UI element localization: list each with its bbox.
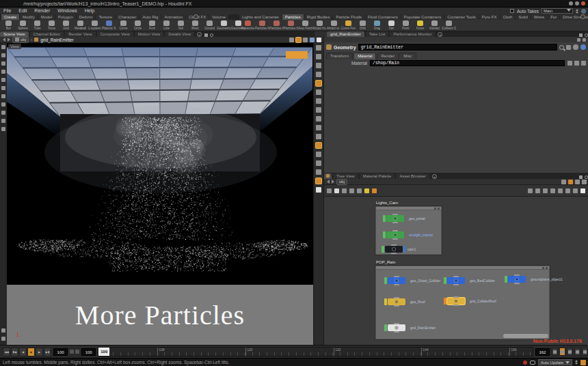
snap-grid-icon[interactable] — [1, 94, 5, 98]
shelf-tab[interactable]: Model — [38, 14, 55, 20]
node-output-flag[interactable] — [406, 324, 408, 331]
display-points-icon[interactable] — [316, 98, 321, 104]
fog-icon[interactable] — [316, 169, 321, 175]
connector-icon[interactable] — [327, 188, 332, 193]
title-bar[interactable]: /mnt/hq/projects/tarl/Work/H13_intro/H13… — [0, 0, 588, 8]
shelf-tab[interactable]: Character — [116, 14, 139, 20]
dropdown-icon[interactable] — [289, 38, 294, 42]
shelf-tab[interactable]: Texture — [96, 14, 115, 20]
update-spinner[interactable] — [575, 360, 578, 365]
shelf-tool[interactable]: Particles fr... — [269, 20, 284, 30]
node-flag[interactable] — [383, 215, 386, 222]
network-box-title[interactable]: POP_Rain — [376, 260, 395, 264]
snapshot-icon[interactable] — [316, 178, 321, 184]
global-range-icon[interactable] — [582, 348, 588, 356]
take-selector[interactable]: Main — [542, 8, 573, 14]
shelf-tab[interactable]: Pyro FX — [479, 14, 500, 20]
range-end-field[interactable]: 162 — [535, 348, 550, 356]
network-editor[interactable]: Lights_Cam geo_portal envlight_interior — [323, 197, 588, 345]
pane-close-icon[interactable] — [583, 38, 586, 42]
auto-takes-checkbox[interactable] — [510, 9, 514, 13]
pane-tab[interactable]: Tree View — [333, 173, 358, 179]
node-flag[interactable] — [505, 276, 507, 283]
flag-orange-icon[interactable] — [372, 188, 377, 193]
box-title-bar[interactable] — [376, 266, 549, 270]
parameter-tab[interactable]: Transform — [326, 53, 353, 59]
lighting-icon[interactable] — [316, 143, 321, 148]
node-output-flag[interactable] — [406, 277, 408, 284]
pane-tab[interactable]: grid_RainEmitter — [327, 31, 364, 37]
layout-icon[interactable] — [1, 127, 5, 131]
play-button[interactable]: ▶ — [36, 348, 43, 356]
pane-layout-icon[interactable] — [577, 38, 580, 42]
camera-icon[interactable] — [1, 337, 5, 341]
shelf-tool[interactable]: Ground — [202, 20, 217, 30]
message-bubble-icon[interactable] — [530, 361, 535, 365]
keyframe-icon[interactable] — [1, 102, 5, 107]
material-shade-icon[interactable] — [316, 134, 321, 139]
parameter-tab[interactable]: Render — [377, 53, 399, 59]
node-flag[interactable] — [384, 324, 387, 331]
error-indicator-icon[interactable] — [523, 361, 527, 365]
node-name-field[interactable]: grid_RainEmitter — [358, 44, 557, 51]
close-button[interactable] — [581, 1, 585, 5]
shelf-tool[interactable]: Force — [413, 20, 427, 30]
material-path-field[interactable]: /shop/Rain — [370, 60, 565, 66]
new-view-icon[interactable] — [580, 188, 585, 193]
network-node[interactable]: geo_BedCollider — [444, 277, 495, 284]
wireframe-icon[interactable] — [316, 116, 321, 122]
range-reset-icon[interactable] — [75, 350, 79, 354]
pane-tab[interactable]: Motion View — [135, 31, 164, 37]
scale-icon[interactable] — [1, 70, 5, 74]
shelf-tool[interactable]: Particles fr... — [284, 20, 298, 30]
playbar-settings-icon[interactable] — [574, 348, 580, 356]
forward-icon[interactable] — [8, 38, 10, 42]
node-flag[interactable] — [384, 277, 387, 284]
ghost-objects-icon[interactable] — [316, 89, 321, 95]
shelf-tool[interactable]: Interact — [427, 20, 442, 30]
shelf-tool[interactable]: Rivet — [188, 20, 202, 30]
shelf-tool[interactable]: Attract fro... — [312, 20, 327, 30]
pane-tab[interactable]: Asset Browser — [396, 173, 429, 179]
node-flag[interactable] — [384, 298, 387, 305]
search-icon[interactable] — [559, 45, 564, 50]
shelf-tab[interactable]: Rigid Bodies — [304, 14, 333, 20]
minimize-button[interactable] — [569, 1, 573, 5]
network-node[interactable]: envlight_interior — [383, 231, 433, 238]
shelf-tool[interactable]: Null — [174, 20, 188, 30]
scene-viewport[interactable]: View More Particles L — [7, 43, 313, 345]
node-flag[interactable] — [382, 246, 384, 253]
back-icon[interactable] — [3, 38, 5, 42]
frame-selected-icon[interactable] — [316, 63, 321, 68]
auto-update-selector[interactable]: Auto Update — [538, 359, 572, 365]
headlight-icon[interactable] — [316, 152, 321, 157]
shelf-tab[interactable]: Volume — [209, 14, 228, 20]
timeline-ruler[interactable]: 108120132144156 100 — [98, 347, 533, 356]
shelf-tool[interactable]: Point — [399, 20, 413, 30]
range-lock-icon[interactable] — [70, 350, 74, 354]
network-node[interactable]: geo_Ghost_Collider — [384, 277, 440, 284]
network-node[interactable]: geo_portal — [383, 215, 425, 222]
loop-mode-icon[interactable] — [559, 348, 565, 356]
node-flag[interactable] — [383, 231, 386, 238]
shelf-tool[interactable]: Fan — [384, 20, 399, 30]
pose-icon[interactable] — [1, 78, 5, 82]
menu-item[interactable]: Help — [85, 8, 94, 14]
render-icon[interactable] — [1, 111, 5, 115]
pane-tab[interactable]: Material Palette — [360, 173, 395, 179]
range-start-field[interactable]: 100 — [81, 348, 96, 356]
background-icon[interactable] — [316, 187, 321, 193]
take-spinner[interactable] — [576, 9, 578, 14]
shelf-tool[interactable]: L-system — [88, 20, 102, 30]
node-body[interactable] — [508, 276, 526, 283]
shelf-tab[interactable]: Fluid Containers — [365, 14, 401, 20]
network-box-title[interactable]: Lights_Cam — [376, 201, 398, 205]
shelf-tool[interactable]: Grid — [59, 20, 73, 30]
shelf-gear-icon[interactable] — [193, 14, 198, 19]
shelf-tab[interactable]: Particle Fluids — [333, 14, 364, 20]
node-output-flag[interactable] — [526, 276, 529, 283]
network-view-tab[interactable] — [324, 173, 332, 179]
network-path-chip[interactable]: obj — [336, 179, 347, 185]
pin-icon[interactable] — [303, 38, 308, 42]
badge-icon[interactable] — [334, 188, 339, 193]
